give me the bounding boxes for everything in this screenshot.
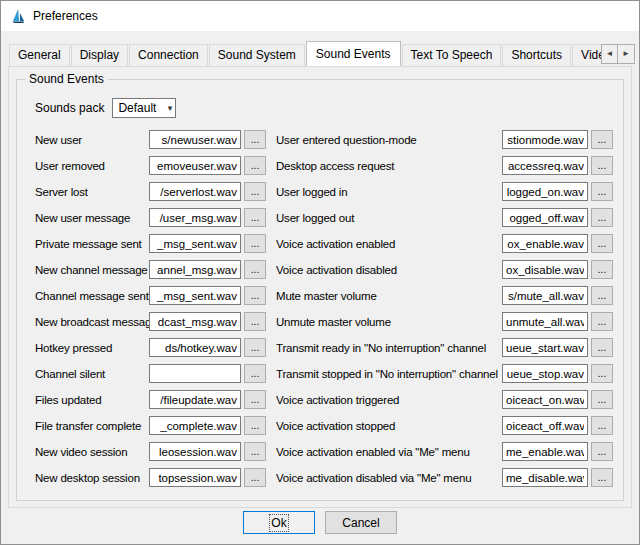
chevron-down-icon: ▾: [168, 103, 173, 113]
sound-event-row-private-message-sent: Private message sent...: [35, 234, 266, 253]
sound-event-row-unmute-master-volume: Unmute master volume...: [276, 312, 613, 331]
browse-button[interactable]: ...: [591, 234, 613, 253]
sound-event-row-new-user: New user...: [35, 130, 266, 149]
browse-button[interactable]: ...: [591, 156, 613, 175]
browse-button[interactable]: ...: [591, 338, 613, 357]
sound-file-input[interactable]: [502, 468, 588, 487]
sound-file-input[interactable]: [149, 234, 241, 253]
sound-event-label: Private message sent: [35, 238, 149, 250]
browse-button[interactable]: ...: [244, 416, 266, 435]
sound-event-row-user-logged-out: User logged out...: [276, 208, 613, 227]
sound-event-row-voice-activation-enabled-via-me-menu: Voice activation enabled via "Me" menu..…: [276, 442, 613, 461]
browse-button[interactable]: ...: [244, 468, 266, 487]
tab-scroll-buttons: ◄ ►: [601, 44, 635, 64]
sound-file-input[interactable]: [149, 130, 241, 149]
sound-file-input[interactable]: [502, 208, 588, 227]
sound-event-label: Voice activation stopped: [276, 420, 502, 432]
sound-event-label: Channel silent: [35, 368, 149, 380]
browse-button[interactable]: ...: [591, 442, 613, 461]
sound-file-input[interactable]: [502, 364, 588, 383]
sound-file-input[interactable]: [502, 182, 588, 201]
sound-event-label: File transfer complete: [35, 420, 149, 432]
sound-event-row-user-removed: User removed...: [35, 156, 266, 175]
browse-button[interactable]: ...: [591, 260, 613, 279]
sound-file-input[interactable]: [502, 312, 588, 331]
browse-button[interactable]: ...: [244, 260, 266, 279]
sound-event-label: Server lost: [35, 186, 149, 198]
sound-file-input[interactable]: [149, 208, 241, 227]
tab-sound-system[interactable]: Sound System: [209, 44, 305, 66]
sound-event-row-voice-activation-stopped: Voice activation stopped...: [276, 416, 613, 435]
browse-button[interactable]: ...: [591, 182, 613, 201]
sound-event-label: Voice activation disabled: [276, 264, 502, 276]
browse-button[interactable]: ...: [244, 156, 266, 175]
sound-file-input[interactable]: [502, 338, 588, 357]
sound-file-input[interactable]: [502, 130, 588, 149]
sound-file-input[interactable]: [149, 390, 241, 409]
sound-event-label: Transmit stopped in "No interruption" ch…: [276, 368, 502, 380]
sound-event-row-voice-activation-disabled-via-me-menu: Voice activation disabled via "Me" menu.…: [276, 468, 613, 487]
sound-event-label: User entered question-mode: [276, 134, 502, 146]
tab-shortcuts[interactable]: Shortcuts: [502, 44, 571, 66]
tab-connection[interactable]: Connection: [129, 44, 208, 66]
tab-scroll-right-button[interactable]: ►: [618, 44, 635, 64]
browse-button[interactable]: ...: [244, 182, 266, 201]
sound-file-input[interactable]: [502, 260, 588, 279]
dialog-footer: Ok Cancel: [1, 511, 639, 534]
sound-file-input[interactable]: [502, 234, 588, 253]
browse-button[interactable]: ...: [591, 286, 613, 305]
sound-file-input[interactable]: [502, 156, 588, 175]
sound-event-row-files-updated: Files updated...: [35, 390, 266, 409]
browse-button[interactable]: ...: [244, 286, 266, 305]
sounds-pack-select[interactable]: Default ▾: [112, 98, 176, 118]
tab-scroll-left-button[interactable]: ◄: [601, 44, 618, 64]
tab-sound-events[interactable]: Sound Events: [306, 41, 401, 66]
tab-text-to-speech[interactable]: Text To Speech: [402, 44, 502, 66]
sound-event-row-new-broadcast-message: New broadcast message...: [35, 312, 266, 331]
browse-button[interactable]: ...: [591, 208, 613, 227]
browse-button[interactable]: ...: [244, 390, 266, 409]
sound-events-panel: Sound Events Sounds pack Default ▾ New u…: [8, 66, 632, 508]
sound-file-input[interactable]: [502, 390, 588, 409]
sound-file-input[interactable]: [149, 364, 241, 383]
ok-button[interactable]: Ok: [243, 511, 315, 534]
browse-button[interactable]: ...: [244, 130, 266, 149]
browse-button[interactable]: ...: [591, 416, 613, 435]
browse-button[interactable]: ...: [591, 364, 613, 383]
sound-file-input[interactable]: [149, 468, 241, 487]
browse-button[interactable]: ...: [591, 130, 613, 149]
browse-button[interactable]: ...: [244, 312, 266, 331]
sound-file-input[interactable]: [502, 286, 588, 305]
sound-event-label: User logged in: [276, 186, 502, 198]
sound-event-row-new-desktop-session: New desktop session...: [35, 468, 266, 487]
sound-file-input[interactable]: [149, 312, 241, 331]
browse-button[interactable]: ...: [244, 234, 266, 253]
browse-button[interactable]: ...: [591, 390, 613, 409]
sound-file-input[interactable]: [149, 260, 241, 279]
sound-file-input[interactable]: [149, 338, 241, 357]
sound-event-label: New channel message: [35, 264, 149, 276]
browse-button[interactable]: ...: [244, 338, 266, 357]
sound-file-input[interactable]: [149, 286, 241, 305]
browse-button[interactable]: ...: [244, 208, 266, 227]
sound-event-row-voice-activation-disabled: Voice activation disabled...: [276, 260, 613, 279]
browse-button[interactable]: ...: [591, 468, 613, 487]
sound-event-row-new-channel-message: New channel message...: [35, 260, 266, 279]
browse-button[interactable]: ...: [244, 364, 266, 383]
sound-event-row-transmit-stopped-in-no-interruption-channel: Transmit stopped in "No interruption" ch…: [276, 364, 613, 383]
sound-file-input[interactable]: [149, 182, 241, 201]
tab-general[interactable]: General: [9, 44, 70, 66]
browse-button[interactable]: ...: [591, 312, 613, 331]
sound-event-row-voice-activation-triggered: Voice activation triggered...: [276, 390, 613, 409]
sound-file-input[interactable]: [502, 442, 588, 461]
sound-file-input[interactable]: [502, 416, 588, 435]
tab-display[interactable]: Display: [71, 44, 128, 66]
sound-file-input[interactable]: [149, 442, 241, 461]
preferences-dialog: Preferences GeneralDisplayConnectionSoun…: [0, 0, 640, 545]
sound-file-input[interactable]: [149, 416, 241, 435]
cancel-button[interactable]: Cancel: [325, 511, 397, 534]
sound-event-columns: New user...User removed...Server lost...…: [35, 130, 613, 487]
sound-file-input[interactable]: [149, 156, 241, 175]
browse-button[interactable]: ...: [244, 442, 266, 461]
sound-event-row-user-entered-question-mode: User entered question-mode...: [276, 130, 613, 149]
